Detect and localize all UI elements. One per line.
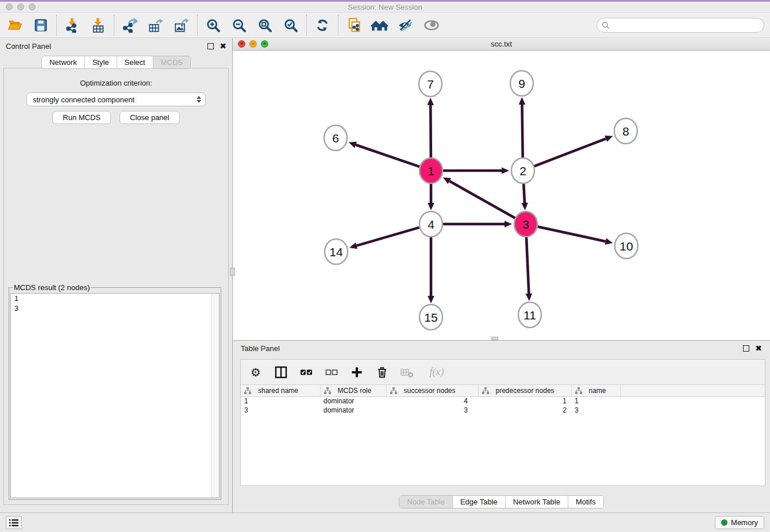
import-table-icon: [91, 18, 106, 33]
edge-arrowhead: [605, 136, 613, 142]
table-settings-button[interactable]: ⚙: [249, 365, 263, 379]
edge-3-1[interactable]: [449, 181, 515, 218]
table-row[interactable]: 1dominator411: [241, 396, 765, 406]
zoom-out-button[interactable]: [231, 17, 247, 33]
table-cell-blank: [620, 396, 765, 406]
column-header-shared-name[interactable]: shared name: [241, 385, 320, 396]
control-panel-title: Control Panel: [6, 42, 51, 51]
tab-style[interactable]: Style: [84, 56, 117, 68]
node-table: shared nameMCDS rolesuccessor nodesprede…: [241, 385, 765, 415]
edge-1-6[interactable]: [356, 145, 419, 167]
close-table-panel-icon[interactable]: ✖: [755, 345, 762, 352]
tab-network-table[interactable]: Network Table: [505, 496, 568, 508]
table-cell[interactable]: 3: [571, 406, 620, 415]
save-session-button[interactable]: [33, 17, 49, 33]
edge-3-11[interactable]: [526, 236, 529, 294]
edge-arrowhead: [349, 242, 357, 249]
hide-details-button[interactable]: [398, 17, 414, 33]
mcds-result-list[interactable]: 13: [10, 293, 220, 498]
close-panel-icon[interactable]: ✖: [220, 43, 226, 49]
search-field[interactable]: [596, 18, 764, 33]
export-table-button[interactable]: [148, 17, 164, 33]
splitter-handle[interactable]: [230, 268, 235, 276]
network-window-titlebar[interactable]: ✕ − + scc.txt: [233, 38, 770, 51]
table-cell[interactable]: 1: [571, 396, 620, 406]
network-close-icon[interactable]: ✕: [238, 40, 245, 48]
show-columns-button[interactable]: [274, 365, 288, 379]
search-input[interactable]: [612, 20, 764, 31]
unselect-all-columns-button[interactable]: [325, 365, 338, 379]
open-session-button[interactable]: [7, 17, 23, 33]
column-header-mcds-role[interactable]: MCDS role: [320, 385, 386, 396]
column-header-name[interactable]: name: [571, 385, 620, 396]
duplicate-network-button[interactable]: [346, 17, 362, 33]
table-cell[interactable]: 2: [478, 406, 571, 415]
birds-eye-view-button[interactable]: [424, 17, 440, 33]
result-scrollbar[interactable]: [211, 294, 219, 498]
memory-button[interactable]: Memory: [715, 516, 764, 529]
close-panel-button[interactable]: Close panel: [120, 111, 180, 124]
tab-motifs[interactable]: Motifs: [568, 496, 603, 508]
edge-3-10[interactable]: [538, 226, 606, 241]
edge-4-14[interactable]: [357, 228, 419, 246]
graph-node-label: 1: [428, 164, 434, 178]
optimization-criterion-select[interactable]: strongly connected component: [26, 92, 206, 106]
home-layout-button[interactable]: [372, 17, 388, 33]
run-mcds-button[interactable]: Run MCDS: [52, 111, 111, 124]
list-icon: [9, 519, 19, 527]
function-builder-button[interactable]: f(x): [426, 365, 448, 379]
graph-node-label: 3: [522, 218, 529, 231]
edge-2-9[interactable]: [522, 105, 522, 159]
table-cell[interactable]: 3: [386, 406, 478, 415]
delete-column-button[interactable]: [375, 365, 389, 379]
toolbar-separator: [114, 15, 114, 36]
zoom-selected-button[interactable]: [283, 17, 299, 33]
table-cell[interactable]: dominator: [320, 396, 386, 406]
column-header-successor-nodes[interactable]: successor nodes: [386, 385, 478, 396]
tab-edge-table[interactable]: Edge Table: [452, 496, 505, 508]
edge-arrowhead: [526, 294, 533, 301]
tab-select[interactable]: Select: [117, 56, 153, 68]
graph-node-label: 11: [523, 309, 536, 322]
tab-mcds[interactable]: MCDS: [153, 56, 190, 68]
optimization-criterion-label: Optimization criterion:: [4, 79, 228, 87]
edge-2-3[interactable]: [523, 183, 525, 203]
columns-icon: [275, 366, 287, 379]
splitter-handle[interactable]: [491, 337, 498, 340]
import-network-button[interactable]: [64, 17, 80, 33]
edge-2-8[interactable]: [534, 138, 606, 166]
column-type-icon: [244, 387, 251, 394]
tab-node-table[interactable]: Node Table: [399, 496, 452, 508]
table-row[interactable]: 3dominator323: [241, 406, 765, 415]
network-window-title: scc.txt: [233, 40, 770, 48]
node-table-header[interactable]: shared nameMCDS rolesuccessor nodesprede…: [241, 385, 765, 396]
table-cell[interactable]: 1: [241, 396, 320, 406]
table-cell[interactable]: dominator: [320, 406, 386, 415]
table-cell[interactable]: 1: [478, 396, 571, 406]
refresh-layout-button[interactable]: [314, 17, 330, 33]
export-network-button[interactable]: [122, 17, 138, 33]
edge-arrowhead: [505, 221, 512, 228]
column-header-predecessor-nodes[interactable]: predecessor nodes: [478, 385, 571, 396]
create-column-button[interactable]: [350, 365, 364, 379]
import-network-icon: [65, 18, 80, 33]
select-chevrons-icon: [197, 96, 201, 103]
delete-table-button[interactable]: [401, 365, 414, 379]
network-graph[interactable]: 1234678910111415: [233, 51, 769, 340]
table-cell[interactable]: 3: [241, 406, 320, 415]
select-all-columns-button[interactable]: [299, 365, 313, 379]
network-minimize-icon[interactable]: −: [249, 40, 257, 48]
zoom-fit-button[interactable]: [257, 17, 273, 33]
float-table-panel-icon[interactable]: [743, 345, 749, 352]
export-image-button[interactable]: [174, 17, 190, 33]
float-panel-icon[interactable]: [207, 43, 214, 49]
gear-icon: ⚙: [251, 367, 261, 378]
tab-network[interactable]: Network: [42, 56, 84, 68]
zoom-in-button[interactable]: [205, 17, 221, 33]
import-table-button[interactable]: [90, 17, 106, 33]
edge-1-7[interactable]: [430, 105, 431, 159]
task-history-button[interactable]: [6, 516, 22, 529]
network-zoom-icon[interactable]: +: [261, 40, 268, 48]
table-cell[interactable]: 4: [386, 396, 478, 406]
network-canvas[interactable]: 1234678910111415: [233, 51, 770, 340]
